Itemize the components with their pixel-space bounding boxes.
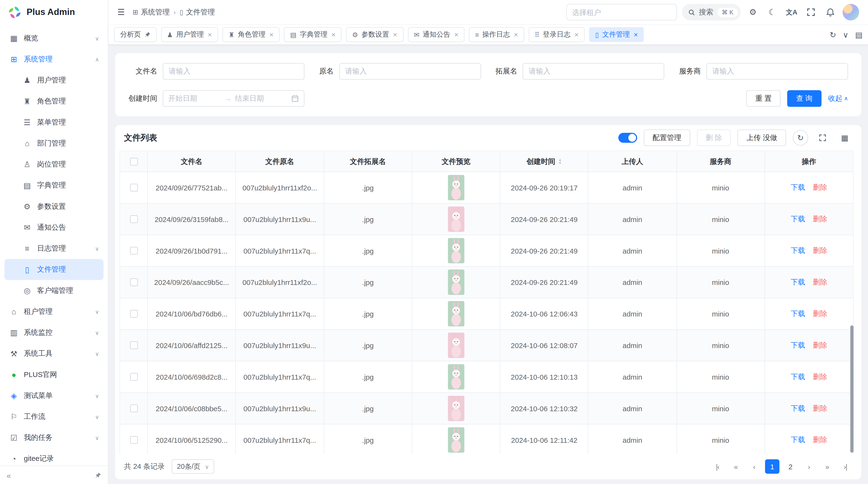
tab[interactable]: ✉ 通知公告 ×: [408, 27, 465, 42]
row-checkbox[interactable]: [130, 279, 137, 286]
sidebar-item[interactable]: ⚒ 系统工具 ∨: [4, 343, 103, 364]
file-preview-thumbnail[interactable]: [448, 364, 464, 390]
download-link[interactable]: 下载: [790, 404, 805, 413]
select-all-checkbox[interactable]: [130, 157, 137, 165]
filter-input[interactable]: [163, 63, 305, 79]
breadcrumb-item[interactable]: ▯ 文件管理: [180, 7, 215, 17]
sidebar-item[interactable]: ⊞ 系统管理 ∧: [4, 49, 103, 70]
next-page-button[interactable]: ›: [802, 459, 816, 474]
delete-link[interactable]: 删除: [813, 435, 827, 445]
delete-link[interactable]: 删除: [813, 404, 827, 413]
collapse-filters-link[interactable]: 收起 ∧: [828, 93, 848, 103]
fullscreen-icon[interactable]: [804, 5, 818, 20]
table-scrollbar-thumb[interactable]: [850, 325, 854, 453]
sidebar-item[interactable]: ◔ gitee记录: [4, 448, 103, 465]
tab[interactable]: ♟ 用户管理 ×: [161, 27, 218, 42]
notification-bell-icon[interactable]: [823, 5, 838, 20]
download-link[interactable]: 下载: [790, 183, 805, 193]
sidebar-item[interactable]: ◎ 客户端管理: [4, 280, 103, 301]
row-checkbox[interactable]: [130, 247, 137, 255]
sidebar-item[interactable]: ⌂ 租户管理 ∨: [4, 301, 103, 322]
pin-icon[interactable]: [95, 472, 101, 479]
breadcrumb-item[interactable]: ⊞ 系统管理: [133, 7, 170, 17]
tab[interactable]: 分析页 ×: [114, 27, 156, 42]
delete-link[interactable]: 删除: [813, 309, 827, 319]
file-preview-thumbnail[interactable]: [448, 301, 464, 327]
tab[interactable]: ▯ 文件管理 ×: [589, 27, 644, 42]
tab[interactable]: ▤ 字典管理 ×: [284, 27, 342, 42]
file-preview-thumbnail[interactable]: [448, 427, 464, 453]
toolbar-button[interactable]: 配置管理: [644, 129, 690, 146]
filter-input[interactable]: [339, 63, 481, 79]
sidebar-item[interactable]: ☑ 我的任务 ∨: [4, 427, 103, 448]
translate-icon[interactable]: 文A: [784, 5, 799, 20]
tab-close-icon[interactable]: ×: [331, 30, 335, 39]
row-checkbox[interactable]: [130, 405, 137, 412]
tenant-select-input[interactable]: [566, 4, 677, 21]
layout-panel-icon[interactable]: ▤: [855, 30, 863, 39]
file-preview-thumbnail[interactable]: [448, 175, 464, 200]
sidebar-item[interactable]: ✉ 通知公告: [4, 217, 103, 238]
row-checkbox[interactable]: [130, 184, 137, 191]
row-checkbox[interactable]: [130, 215, 137, 223]
column-header[interactable]: 文件原名 ▲▼: [236, 151, 324, 172]
sidebar-item[interactable]: ⚙ 参数设置: [4, 196, 103, 217]
toolbar-button[interactable]: 删 除: [697, 129, 731, 146]
refresh-icon[interactable]: ↻: [793, 130, 808, 146]
column-header[interactable]: 创建时间 ▲▼: [500, 151, 589, 172]
sidebar-item[interactable]: ♙ 岗位管理: [4, 154, 103, 175]
sidebar-item[interactable]: ⚐ 工作流 ∨: [4, 406, 103, 427]
download-link[interactable]: 下载: [790, 214, 805, 224]
settings-gear-icon[interactable]: ⚙: [746, 5, 760, 20]
sidebar-item[interactable]: ♟ 用户管理: [4, 70, 103, 91]
query-button[interactable]: 查 询: [787, 90, 821, 106]
tab-close-icon[interactable]: ×: [393, 30, 397, 39]
download-link[interactable]: 下载: [790, 435, 805, 445]
column-header[interactable]: 服务商 ▲▼: [677, 151, 765, 172]
row-checkbox[interactable]: [130, 342, 137, 349]
download-link[interactable]: 下载: [790, 372, 805, 382]
tab[interactable]: ♜ 角色管理 ×: [222, 27, 280, 42]
next-fast-button[interactable]: »: [820, 459, 834, 474]
filter-input[interactable]: [523, 63, 664, 79]
file-preview-thumbnail[interactable]: [448, 333, 464, 358]
file-preview-thumbnail[interactable]: [448, 269, 464, 295]
tab-close-icon[interactable]: ×: [269, 30, 273, 39]
download-link[interactable]: 下载: [790, 277, 805, 287]
file-preview-thumbnail[interactable]: [448, 238, 464, 263]
sort-icons[interactable]: ▲▼: [558, 158, 562, 165]
reset-button[interactable]: 重 置: [746, 90, 780, 106]
delete-link[interactable]: 删除: [813, 214, 827, 224]
sidebar-item[interactable]: ▥ 系统监控 ∨: [4, 322, 103, 343]
sidebar-item[interactable]: ▦ 概览 ∨: [4, 28, 103, 49]
tab[interactable]: ⠿ 登录日志 ×: [528, 27, 585, 42]
sidebar-item[interactable]: ◈ 测试菜单 ∨: [4, 385, 103, 406]
sidebar-item[interactable]: ▯ 文件管理: [4, 259, 103, 280]
global-search-button[interactable]: 搜索 ⌘ K: [682, 4, 741, 21]
column-header[interactable]: 上传人 ▲▼: [589, 151, 677, 172]
page-size-select[interactable]: 20条/页 ∨: [172, 459, 214, 474]
filter-input[interactable]: [706, 63, 848, 79]
sidebar-item[interactable]: ♜ 角色管理: [4, 91, 103, 112]
page-number-button[interactable]: 1: [765, 459, 779, 474]
tab-close-icon[interactable]: ×: [633, 30, 638, 39]
tab-close-icon[interactable]: ×: [454, 30, 458, 39]
prev-fast-button[interactable]: «: [728, 459, 743, 474]
sidebar-collapse-button[interactable]: «: [7, 471, 11, 480]
row-checkbox[interactable]: [130, 436, 137, 444]
sidebar-item[interactable]: ● PLUS官网: [4, 364, 103, 385]
column-header[interactable]: 文件预览 ▲▼: [412, 151, 500, 172]
download-link[interactable]: 下载: [790, 309, 805, 319]
delete-link[interactable]: 删除: [813, 183, 827, 193]
delete-link[interactable]: 删除: [813, 246, 827, 256]
user-avatar[interactable]: [842, 4, 859, 21]
tab[interactable]: ⚙ 参数设置 ×: [346, 27, 403, 42]
row-checkbox[interactable]: [130, 373, 137, 381]
sidebar-item[interactable]: ☰ 菜单管理: [4, 112, 103, 133]
tab-close-icon[interactable]: ×: [208, 30, 212, 39]
dark-mode-moon-icon[interactable]: ☾: [765, 5, 779, 20]
tab-close-icon[interactable]: ×: [514, 30, 518, 39]
delete-link[interactable]: 删除: [813, 340, 827, 350]
download-link[interactable]: 下载: [790, 246, 805, 256]
table-visible-toggle[interactable]: [618, 133, 637, 143]
